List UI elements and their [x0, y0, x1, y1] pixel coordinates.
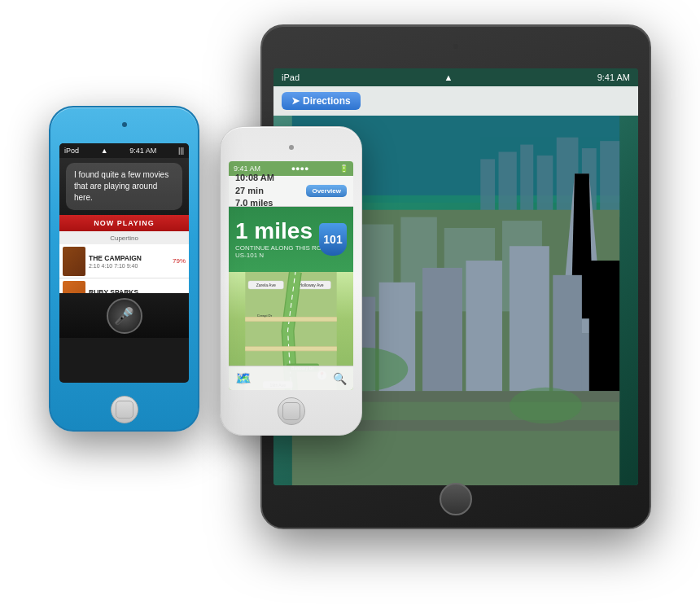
maps-nav-panel: 1 miles CONTINUE ALONG THIS ROAD US-101 … — [229, 207, 353, 272]
overview-button[interactable]: Overview — [306, 185, 347, 197]
maps-bottom-bar: 🗺️ 🔍 — [229, 366, 353, 390]
ipad-device-label: iPad — [282, 72, 300, 82]
ipod-status-bar: iPod ▲ 9:41 AM ||| — [59, 143, 189, 158]
svg-rect-17 — [510, 246, 549, 391]
siri-text: I found quite a few movies that are play… — [74, 170, 168, 202]
siri-response-area: I found quite a few movies that are play… — [59, 158, 189, 215]
movie-info-1: THE CAMPAIGN 2:10 4:10 7:10 9:40 — [89, 254, 170, 269]
iphone-maps-screen: 9:41 AM ●●●● 🔋 10:08 AM 27 min 7.0 miles… — [229, 161, 353, 390]
list-item[interactable]: THE CAMPAIGN 2:10 4:10 7:10 9:40 79% — [59, 244, 189, 278]
siri-mic-area: 🎤 — [59, 293, 189, 338]
mic-icon: 🎤 — [114, 306, 134, 326]
nav-distance: 1 miles — [235, 220, 313, 243]
svg-text:Crespi Dr: Crespi Dr — [257, 313, 273, 318]
ipod-home-button[interactable] — [111, 396, 138, 423]
directions-button[interactable]: ➤ Directions — [282, 92, 361, 110]
maps-search-icon: 🔍 — [333, 372, 347, 385]
ipad-time: 9:41 AM — [597, 72, 630, 82]
ipad-wifi-icon: ▲ — [444, 72, 453, 82]
rating-pct-1: 79% — [173, 257, 186, 265]
svg-text:Zarela Ave: Zarela Ave — [256, 283, 276, 287]
ipod-camera — [122, 122, 127, 127]
nav-shield-badge: 101 — [319, 223, 347, 256]
svg-rect-20 — [466, 261, 502, 391]
siri-microphone-button[interactable]: 🎤 — [107, 298, 142, 334]
ipad-home-button[interactable] — [440, 483, 472, 515]
svg-rect-2 — [480, 159, 495, 217]
svg-point-28 — [510, 388, 582, 424]
location-text: Cupertino — [110, 235, 138, 242]
maps-eta-bar: 10:08 AM 27 min 7.0 miles Overview — [229, 176, 353, 207]
ipad-camera — [453, 44, 458, 49]
siri-bubble: I found quite a few movies that are play… — [66, 163, 182, 210]
iphone-home-button[interactable] — [278, 397, 305, 425]
maps-icon: 🗺️ — [235, 370, 252, 386]
ipod-device-label: iPod — [64, 147, 79, 155]
svg-rect-8 — [600, 141, 619, 217]
maps-signal: ●●●● — [291, 164, 309, 173]
svg-rect-19 — [589, 261, 619, 391]
home-button-inner — [282, 402, 300, 420]
ipod-battery: ||| — [178, 147, 184, 155]
iphone-maps-device: 9:41 AM ●●●● 🔋 10:08 AM 27 min 7.0 miles… — [220, 126, 362, 436]
ipad-directions-bar: ➤ Directions — [273, 86, 638, 116]
maps-eta-info: 10:08 AM 27 min 7.0 miles — [235, 172, 274, 209]
svg-rect-5 — [537, 156, 553, 217]
ipod-wifi-icon: ▲ — [101, 147, 108, 155]
svg-text:Holloway Ave: Holloway Ave — [299, 283, 323, 287]
ipad-status-bar: iPad ▲ 9:41 AM — [273, 68, 638, 86]
nav-instruction: CONTINUE ALONG THIS ROAD US-101 N — [235, 244, 330, 259]
directions-arrow-icon: ➤ — [291, 95, 300, 107]
maps-eta-detail: 27 min 7.0 miles — [235, 185, 274, 210]
movie-poster-1 — [63, 247, 85, 276]
maps-eta-time: 10:08 AM — [235, 172, 274, 184]
svg-rect-21 — [422, 268, 462, 391]
directions-label: Directions — [303, 95, 351, 107]
now-playing-header: NOW PLAYING — [59, 215, 189, 231]
svg-rect-18 — [553, 275, 582, 391]
maps-battery: 🔋 — [339, 164, 348, 173]
ipod-screen: iPod ▲ 9:41 AM ||| I found quite a few m… — [59, 143, 189, 383]
ipod-siri-device: iPod ▲ 9:41 AM ||| I found quite a few m… — [49, 106, 199, 432]
movie-rating-1: 79% — [173, 257, 186, 265]
svg-rect-4 — [520, 145, 533, 217]
svg-rect-3 — [499, 152, 517, 217]
now-playing-label: NOW PLAYING — [94, 219, 155, 227]
iphone-camera — [289, 145, 294, 150]
movie-times-1: 2:10 4:10 7:10 9:40 — [89, 263, 170, 269]
movie-title-1: THE CAMPAIGN — [89, 254, 170, 262]
scene: iPad ▲ 9:41 AM ➤ Directions — [0, 0, 700, 605]
ipod-time: 9:41 AM — [129, 147, 156, 155]
location-label: Cupertino — [59, 231, 189, 244]
home-button-inner-ipod — [116, 401, 133, 419]
